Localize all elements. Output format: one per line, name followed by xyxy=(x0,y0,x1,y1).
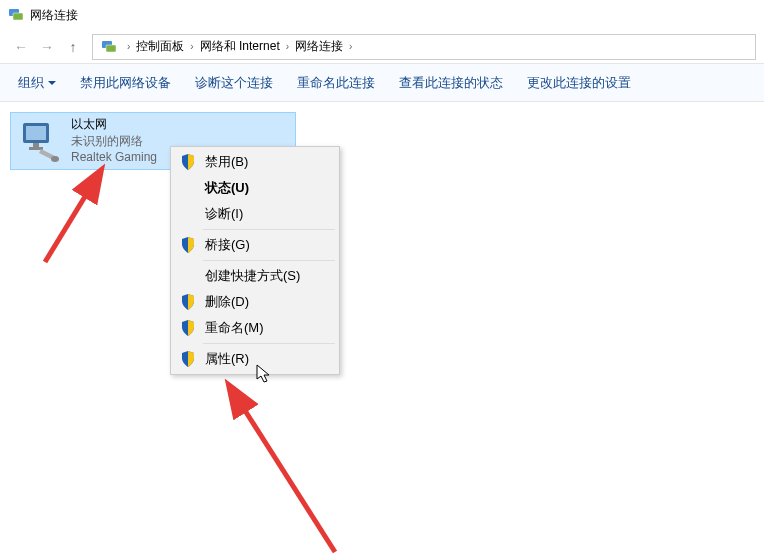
menu-properties[interactable]: 属性(R) xyxy=(173,346,337,372)
chevron-right-icon: › xyxy=(343,41,358,52)
svg-rect-3 xyxy=(106,45,116,52)
menu-item-label: 属性(R) xyxy=(205,350,249,368)
svg-line-12 xyxy=(230,387,335,552)
breadcrumb[interactable]: › 控制面板 › 网络和 Internet › 网络连接 › xyxy=(92,34,756,60)
blank-icon xyxy=(179,267,197,285)
blank-icon xyxy=(179,205,197,223)
menu-item-label: 禁用(B) xyxy=(205,153,248,171)
forward-button[interactable]: → xyxy=(34,34,60,60)
blank-icon xyxy=(179,179,197,197)
chevron-right-icon: › xyxy=(280,41,295,52)
content-area: 以太网 未识别的网络 Realtek Gaming 禁用(B) 状态(U) 诊断… xyxy=(0,102,764,554)
menu-separator xyxy=(203,229,335,230)
adapter-info: 以太网 未识别的网络 Realtek Gaming xyxy=(71,116,157,166)
menu-item-label: 删除(D) xyxy=(205,293,249,311)
svg-rect-5 xyxy=(26,126,46,140)
network-connections-icon xyxy=(101,39,117,55)
adapter-status: 未识别的网络 xyxy=(71,133,157,150)
menu-rename[interactable]: 重命名(M) xyxy=(173,315,337,341)
menu-create-shortcut[interactable]: 创建快捷方式(S) xyxy=(173,263,337,289)
diagnose-button[interactable]: 诊断这个连接 xyxy=(185,68,283,98)
shield-icon xyxy=(179,350,197,368)
change-settings-button[interactable]: 更改此连接的设置 xyxy=(517,68,641,98)
menu-bridge[interactable]: 桥接(G) xyxy=(173,232,337,258)
menu-item-label: 桥接(G) xyxy=(205,236,250,254)
svg-rect-6 xyxy=(33,143,39,147)
rename-button[interactable]: 重命名此连接 xyxy=(287,68,385,98)
breadcrumb-item[interactable]: 网络连接 xyxy=(295,38,343,55)
adapter-name: 以太网 xyxy=(71,116,157,133)
shield-icon xyxy=(179,319,197,337)
svg-rect-1 xyxy=(13,13,23,20)
view-status-button[interactable]: 查看此连接的状态 xyxy=(389,68,513,98)
menu-delete[interactable]: 删除(D) xyxy=(173,289,337,315)
up-button[interactable]: ↑ xyxy=(60,34,86,60)
menu-item-label: 诊断(I) xyxy=(205,205,243,223)
address-bar-row: ← → ↑ › 控制面板 › 网络和 Internet › 网络连接 › xyxy=(0,30,764,64)
toolbar: 组织 禁用此网络设备 诊断这个连接 重命名此连接 查看此连接的状态 更改此连接的… xyxy=(0,64,764,102)
network-connections-icon xyxy=(8,7,24,23)
menu-item-label: 创建快捷方式(S) xyxy=(205,267,300,285)
menu-disable[interactable]: 禁用(B) xyxy=(173,149,337,175)
annotation-arrow-icon xyxy=(210,372,350,554)
menu-diagnose[interactable]: 诊断(I) xyxy=(173,201,337,227)
chevron-right-icon: › xyxy=(184,41,199,52)
svg-line-10 xyxy=(45,172,100,262)
shield-icon xyxy=(179,293,197,311)
svg-point-8 xyxy=(51,156,59,162)
window-title: 网络连接 xyxy=(30,7,78,24)
shield-icon xyxy=(179,236,197,254)
menu-separator xyxy=(203,343,335,344)
breadcrumb-item[interactable]: 控制面板 xyxy=(136,38,184,55)
annotation-arrow-icon xyxy=(30,152,120,272)
menu-item-label: 重命名(M) xyxy=(205,319,264,337)
back-button[interactable]: ← xyxy=(8,34,34,60)
organize-button[interactable]: 组织 xyxy=(8,68,66,98)
chevron-right-icon: › xyxy=(121,41,136,52)
menu-item-label: 状态(U) xyxy=(205,179,249,197)
ethernet-adapter-icon xyxy=(19,119,63,163)
shield-icon xyxy=(179,153,197,171)
menu-status[interactable]: 状态(U) xyxy=(173,175,337,201)
adapter-device: Realtek Gaming xyxy=(71,149,157,166)
breadcrumb-item[interactable]: 网络和 Internet xyxy=(200,38,280,55)
disable-device-button[interactable]: 禁用此网络设备 xyxy=(70,68,181,98)
titlebar: 网络连接 xyxy=(0,0,764,30)
context-menu: 禁用(B) 状态(U) 诊断(I) 桥接(G) 创建快捷方式(S) 删除(D) xyxy=(170,146,340,375)
menu-separator xyxy=(203,260,335,261)
